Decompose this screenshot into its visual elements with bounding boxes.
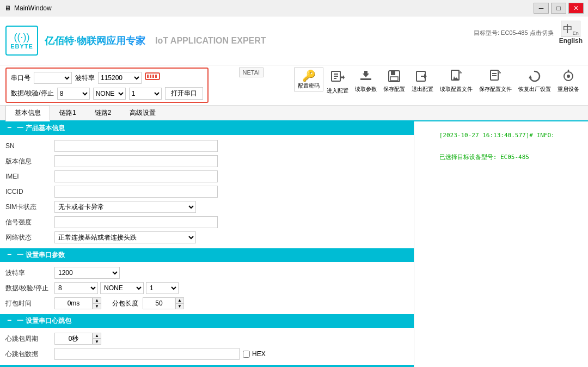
sim-status-row: SIM卡状态 无卡或者卡异常 xyxy=(5,199,408,215)
target-model[interactable]: 目标型号: EC05-485 点击切换 xyxy=(474,29,554,37)
exit-config-label: 退出配置 xyxy=(412,85,433,93)
svg-marker-9 xyxy=(341,75,345,79)
pack-time-up-btn[interactable]: ▲ xyxy=(93,297,101,303)
network-status-select[interactable]: 正常连接基站或者连接头跌 xyxy=(54,231,196,243)
heartbeat-content: 心跳包周期 ▲ ▼ 心跳包数据 HEX xyxy=(0,328,414,365)
network-status-row: 网络状态 正常连接基站或者连接头跌 xyxy=(5,230,408,245)
data-bits-param-select[interactable]: 8 xyxy=(54,282,98,294)
pack-time-spinner-btns: ▲ ▼ xyxy=(93,297,101,309)
heartbeat-data-input[interactable] xyxy=(54,348,240,360)
product-info-header: − 一 产品基本信息 xyxy=(0,121,414,135)
port-config-box: 串口号 波特率 115200 xyxy=(5,68,209,103)
heartbeat-hex-label: HEX xyxy=(243,350,266,358)
parity-select[interactable]: NONE xyxy=(93,88,126,100)
heartbeat-interval-spinner: ▲ ▼ xyxy=(54,333,101,345)
restart-button[interactable]: 重启设备 xyxy=(554,68,583,94)
file-save-icon xyxy=(488,69,503,85)
signal-row: 信号强度 xyxy=(5,215,408,230)
sub-pack-input[interactable] xyxy=(143,297,175,309)
file-read-icon xyxy=(449,69,464,85)
read-params-button[interactable]: 读取参数 xyxy=(352,68,380,94)
netai-area: NETAI xyxy=(239,68,264,77)
signal-input[interactable] xyxy=(54,216,218,228)
sub-pack-down-btn[interactable]: ▼ xyxy=(175,303,184,309)
other-params-header: − 一 设置其他参数 xyxy=(0,365,414,367)
heartbeat-down-btn[interactable]: ▼ xyxy=(93,339,101,345)
maximize-button[interactable]: □ xyxy=(551,3,566,14)
baud-param-select[interactable]: 1200 xyxy=(54,267,120,279)
tab-advanced[interactable]: 高级设置 xyxy=(120,106,165,120)
title-bar-controls: ─ □ ✕ xyxy=(534,3,584,14)
data-bits-select[interactable]: 8 xyxy=(57,88,90,100)
port-config-area: 串口号 波特率 115200 xyxy=(5,68,209,103)
tabs: 基本信息 链路1 链路2 高级设置 xyxy=(0,106,588,121)
svg-rect-2 xyxy=(150,75,151,78)
sub-pack-spinner: ▲ ▼ xyxy=(143,297,184,309)
sim-status-select[interactable]: 无卡或者卡异常 xyxy=(54,201,196,213)
heartbeat-interval-btns: ▲ ▼ xyxy=(93,333,101,345)
version-row: 版本信息 xyxy=(5,154,408,169)
header-right: 目标型号: EC05-485 点击切换 中En English xyxy=(474,21,583,45)
log-area: [2023-10-27 16:13:40.577]# INFO: 已选择目标设备… xyxy=(418,125,585,367)
heartbeat-up-btn[interactable]: ▲ xyxy=(93,333,101,339)
version-input[interactable] xyxy=(54,155,218,167)
toolbar-top: 串口号 波特率 115200 xyxy=(5,68,583,103)
product-info-section: − 一 产品基本信息 SN 版本信息 IMEI ICCID xyxy=(0,121,414,248)
save-config-file-button[interactable]: 保存配置文件 xyxy=(476,68,515,94)
tab-link2[interactable]: 链路2 xyxy=(85,106,121,120)
svg-rect-4 xyxy=(155,75,157,78)
enter-config-button[interactable]: 进入配置 xyxy=(323,68,352,96)
language-button[interactable]: 中En English xyxy=(559,21,583,45)
save-config-button[interactable]: 保存配置 xyxy=(380,68,408,94)
tab-link1[interactable]: 链路1 xyxy=(50,106,85,120)
port-number-select[interactable] xyxy=(34,72,72,84)
language-icon: 中En xyxy=(561,21,580,37)
svg-rect-7 xyxy=(334,76,338,77)
svg-marker-19 xyxy=(453,76,458,81)
sim-status-label: SIM卡状态 xyxy=(5,203,54,212)
reset-factory-button[interactable]: 恢复出厂设置 xyxy=(515,68,554,94)
signal-label: 信号强度 xyxy=(5,218,54,227)
svg-rect-6 xyxy=(334,74,338,75)
minimize-button[interactable]: ─ xyxy=(534,3,549,14)
parity-param-select[interactable]: NONE xyxy=(100,282,144,294)
restart-icon xyxy=(561,69,576,85)
port-label: 串口号 xyxy=(11,74,30,83)
imei-row: IMEI xyxy=(5,169,408,184)
baud-row: 波特率 1200 xyxy=(5,265,408,280)
exit-config-button[interactable]: 退出配置 xyxy=(408,68,437,94)
svg-marker-18 xyxy=(459,70,462,73)
data-label: 数据/校验/停止 xyxy=(11,89,54,98)
svg-rect-8 xyxy=(334,78,336,79)
heartbeat-interval-input[interactable] xyxy=(54,333,93,345)
netai-label: NETAI xyxy=(239,68,264,77)
pack-time-down-btn[interactable]: ▼ xyxy=(93,303,101,309)
iccid-row: ICCID xyxy=(5,184,408,199)
port-row-1: 串口号 波特率 115200 xyxy=(11,71,203,85)
stop-bits-select[interactable]: 1 xyxy=(129,88,162,100)
save-config-label: 保存配置 xyxy=(383,85,405,93)
baud-rate-select[interactable]: 115200 xyxy=(98,72,142,84)
enter-config-icon xyxy=(330,69,345,87)
stop-bits-param-select[interactable]: 1 xyxy=(146,282,179,294)
read-config-file-button[interactable]: 读取配置文件 xyxy=(437,68,476,94)
pack-time-spinner: ▲ ▼ xyxy=(54,297,101,309)
sn-input[interactable] xyxy=(54,140,218,152)
config-password-label: 配置密码 xyxy=(298,82,320,90)
close-button[interactable]: ✕ xyxy=(568,3,584,14)
data-param-row: 数据/校验/停止 8 NONE 1 xyxy=(5,280,408,296)
open-port-button[interactable]: 打开串口 xyxy=(165,87,203,100)
iccid-input[interactable] xyxy=(54,186,218,198)
tab-basic-info[interactable]: 基本信息 xyxy=(5,106,50,121)
pack-time-input[interactable] xyxy=(54,297,93,309)
save-config-file-label: 保存配置文件 xyxy=(479,85,512,93)
iccid-label: ICCID xyxy=(5,188,54,195)
config-password-button[interactable]: 🔑 配置密码 xyxy=(294,68,323,91)
heartbeat-hex-checkbox[interactable] xyxy=(243,351,250,358)
imei-input[interactable] xyxy=(54,170,218,182)
sub-pack-up-btn[interactable]: ▲ xyxy=(175,297,184,303)
log-line2: 已选择目标设备型号: EC05-485 xyxy=(439,154,529,161)
svg-rect-13 xyxy=(391,71,395,75)
section3-minus-icon: − xyxy=(5,316,13,324)
enter-config-label: 进入配置 xyxy=(327,87,348,95)
